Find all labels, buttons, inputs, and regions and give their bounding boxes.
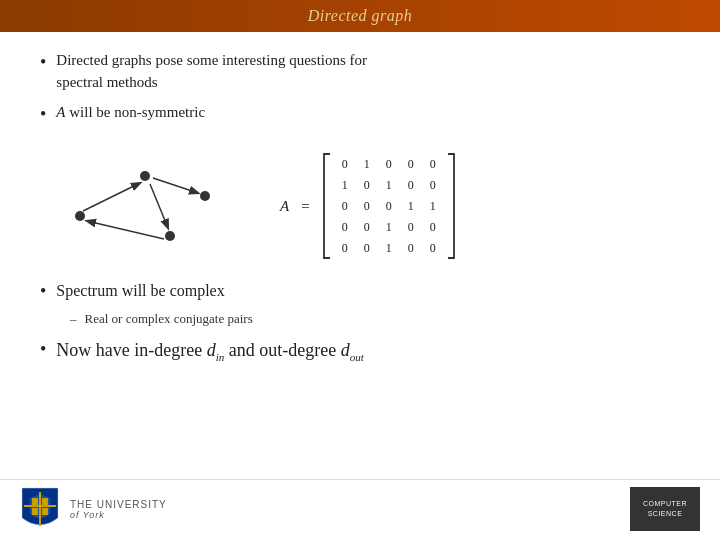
- matrix-cell: 0: [378, 158, 400, 170]
- svg-point-6: [200, 191, 210, 201]
- directed-graph-svg: [40, 141, 260, 271]
- dout-symbol: d: [341, 340, 350, 360]
- matrix-brackets: 0100010100000110010000100: [320, 152, 458, 260]
- bullet-2: • A will be non-symmetric: [40, 102, 680, 126]
- matrix-cell: 1: [334, 179, 356, 191]
- matrix-cell: 0: [422, 242, 444, 254]
- matrix-cell: 0: [422, 179, 444, 191]
- svg-line-2: [150, 184, 168, 228]
- york-shield-logo: [20, 486, 60, 532]
- svg-rect-11: [42, 498, 48, 505]
- slide-content: • Directed graphs pose some interesting …: [0, 32, 720, 479]
- cs-logo: COMPUTERSCIENCE: [630, 487, 700, 531]
- svg-line-1: [153, 178, 198, 193]
- bullet-text-2: A will be non-symmetric: [56, 102, 205, 124]
- title-bar: Directed graph: [0, 0, 720, 32]
- matrix-cell: 0: [356, 221, 378, 233]
- sub-bullet-dash: –: [70, 311, 77, 327]
- university-name: THE UNIVERSITY: [70, 499, 167, 510]
- matrix-cell: 0: [422, 221, 444, 233]
- right-bracket-svg: [444, 152, 458, 260]
- bullet-1: • Directed graphs pose some interesting …: [40, 50, 680, 94]
- cs-logo-text: COMPUTERSCIENCE: [643, 499, 687, 519]
- bullet-text-3: Spectrum will be complex: [56, 279, 224, 302]
- matrix-cell: 0: [356, 242, 378, 254]
- din-subscript: in: [216, 350, 225, 362]
- din-symbol: d: [207, 340, 216, 360]
- svg-rect-10: [32, 498, 38, 505]
- bullet-3: • Spectrum will be complex: [40, 279, 680, 303]
- bullet-dot-2: •: [40, 104, 46, 126]
- matrix-cell: 0: [400, 158, 422, 170]
- matrix-cell: 0: [334, 158, 356, 170]
- matrix-cell: 1: [422, 200, 444, 212]
- matrix-cell: 1: [356, 158, 378, 170]
- slide-title: Directed graph: [308, 7, 413, 24]
- now-line: Now have in-degree din and out-degree do…: [56, 337, 364, 366]
- bullet-4: • Now have in-degree din and out-degree …: [40, 337, 680, 366]
- slide: Directed graph • Directed graphs pose so…: [0, 0, 720, 540]
- matrix-cell: 0: [334, 200, 356, 212]
- matrix-cell: 0: [422, 158, 444, 170]
- bullet-dot-3: •: [40, 281, 46, 303]
- svg-point-4: [75, 211, 85, 221]
- svg-point-5: [140, 171, 150, 181]
- svg-line-0: [83, 183, 140, 211]
- svg-point-7: [165, 231, 175, 241]
- svg-line-3: [87, 221, 164, 239]
- matrix-cell: 1: [378, 221, 400, 233]
- matrix-cell: 1: [378, 179, 400, 191]
- matrix-area: A = 0100010100000110010000100: [280, 152, 458, 260]
- graph-area: [40, 141, 260, 271]
- footer: THE UNIVERSITY of York COMPUTERSCIENCE: [0, 479, 720, 540]
- matrix-cell: 0: [334, 221, 356, 233]
- matrix-cell: 0: [356, 179, 378, 191]
- bullet-dot-4: •: [40, 339, 46, 361]
- equals-sign: =: [301, 198, 309, 215]
- sub-bullet-text: Real or complex conjugate pairs: [85, 311, 253, 327]
- dout-subscript: out: [350, 350, 364, 362]
- matrix-cell: 0: [378, 200, 400, 212]
- footer-university-text: THE UNIVERSITY of York: [70, 499, 167, 520]
- middle-section: A = 0100010100000110010000100: [40, 141, 680, 271]
- university-of-york: of York: [70, 510, 167, 520]
- matrix-cell: 0: [334, 242, 356, 254]
- svg-rect-13: [42, 508, 48, 515]
- matrix-cell: 0: [400, 179, 422, 191]
- matrix-cell: 0: [400, 242, 422, 254]
- svg-rect-12: [32, 508, 38, 515]
- matrix-cell: 1: [400, 200, 422, 212]
- footer-left: THE UNIVERSITY of York: [20, 486, 167, 532]
- matrix-cell: 1: [378, 242, 400, 254]
- matrix-label: A: [280, 198, 289, 215]
- left-bracket-svg: [320, 152, 334, 260]
- matrix-cell: 0: [400, 221, 422, 233]
- bullet-text-1: Directed graphs pose some interesting qu…: [56, 50, 367, 94]
- matrix-cell: 0: [356, 200, 378, 212]
- sub-bullet-1: – Real or complex conjugate pairs: [70, 311, 680, 327]
- matrix-grid: 0100010100000110010000100: [334, 154, 444, 258]
- bullet-dot-1: •: [40, 52, 46, 74]
